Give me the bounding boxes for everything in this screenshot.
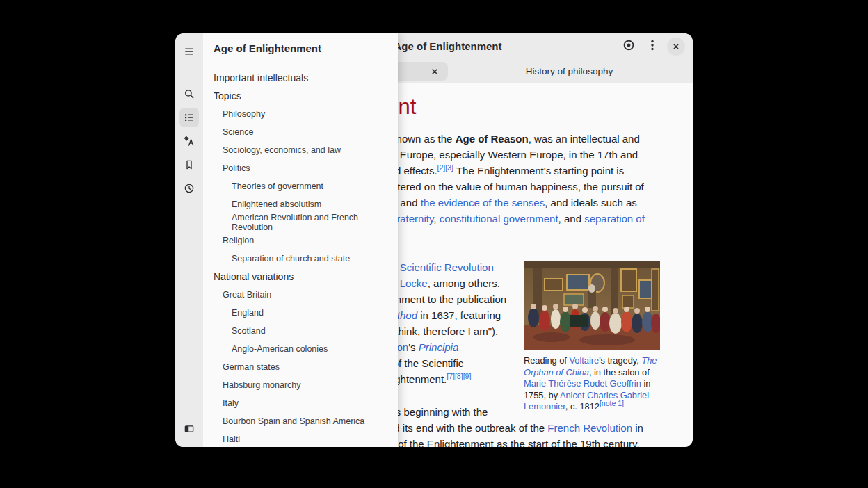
toc-item-label: Politics xyxy=(223,163,250,173)
language-icon xyxy=(183,135,195,147)
toc-item[interactable]: American Revolution and French Revolutio… xyxy=(203,213,398,231)
reference-link[interactable]: [9] xyxy=(463,372,472,380)
table-of-contents-icon xyxy=(183,111,195,124)
toc-item-label: Habsburg monarchy xyxy=(223,380,301,390)
toc-item-label: Italy xyxy=(223,398,239,408)
reference-link[interactable]: [7] xyxy=(447,372,455,380)
article-figure: Reading of Voltaire's tragedy, The Orpha… xyxy=(524,261,660,413)
toc-item[interactable]: Italy xyxy=(203,394,398,412)
sidebar-rail xyxy=(175,33,203,447)
sidebar-toggle-button[interactable] xyxy=(179,419,199,439)
reference-link[interactable]: [2] xyxy=(437,163,446,172)
article-link[interactable]: Marie Thérèse Rodet Geoffrin xyxy=(524,378,641,389)
toc-item[interactable]: Philosophy xyxy=(203,105,398,123)
header-actions xyxy=(617,35,688,58)
article-link[interactable]: the evidence of the senses xyxy=(421,197,545,209)
toc-item[interactable]: Enlightened absolutism xyxy=(203,195,398,213)
salon-painting-image[interactable] xyxy=(524,261,660,350)
toc-item[interactable]: German states xyxy=(203,358,398,376)
toc-item[interactable]: England xyxy=(203,304,398,322)
window-close-button[interactable] xyxy=(664,35,688,58)
toc-item-label: Anglo-American colonies xyxy=(232,344,328,354)
toc-item-label: Philosophy xyxy=(223,109,265,119)
text-run: 's tragedy, xyxy=(599,355,641,366)
text-run: and xyxy=(397,197,420,209)
toc-item[interactable]: Important intellectuals xyxy=(203,69,398,87)
text-run: 1812 xyxy=(577,401,600,412)
toc-item-label: England xyxy=(232,308,264,318)
toc-item-label: Haiti xyxy=(223,434,240,444)
toc-item-label: Important intellectuals xyxy=(214,72,308,83)
text-run: 's xyxy=(408,341,419,353)
toc-item[interactable]: Sociology, economics, and law xyxy=(203,141,398,159)
toc-item-label: American Revolution and French Revolutio… xyxy=(232,213,398,232)
history-clock-icon xyxy=(183,182,195,195)
hamburger-icon xyxy=(183,45,195,58)
toc-list: Important intellectualsTopicsPhilosophyS… xyxy=(203,69,398,447)
main-menu-button[interactable] xyxy=(179,42,199,61)
toc-item-label: National variations xyxy=(214,271,294,282)
toc-item[interactable]: National variations xyxy=(203,268,398,286)
toc-item-label: Great Britain xyxy=(223,290,271,300)
text-run: c. xyxy=(570,401,577,412)
toc-item[interactable]: Topics xyxy=(203,87,398,105)
toc-item[interactable]: Haiti xyxy=(203,430,398,447)
toc-item[interactable]: Scotland xyxy=(203,322,398,340)
toc-item-label: Enlightened absolutism xyxy=(232,200,321,209)
toc-item[interactable]: Politics xyxy=(203,159,398,177)
toc-item[interactable]: Theories of government xyxy=(203,177,398,195)
article-link[interactable]: Voltaire xyxy=(569,355,599,366)
text-run: Age of Reason xyxy=(456,133,529,145)
article-link[interactable]: Scientific Revolution xyxy=(400,261,494,273)
reader-view-button[interactable] xyxy=(617,35,641,58)
toc-item-label: Science xyxy=(223,127,253,137)
toc-button[interactable] xyxy=(179,108,199,127)
toc-item-label: Religion xyxy=(223,236,254,245)
eye-icon xyxy=(621,38,636,56)
history-button[interactable] xyxy=(179,179,199,198)
bookmark-icon xyxy=(183,158,195,171)
toc-item[interactable]: Bourbon Spain and Spanish America xyxy=(203,412,398,430)
figure-caption: Reading of Voltaire's tragedy, The Orpha… xyxy=(524,355,660,413)
toc-item[interactable]: Separation of church and state xyxy=(203,250,398,268)
toc-item-label: Separation of church and state xyxy=(232,254,350,263)
bookmarks-button[interactable] xyxy=(179,155,199,174)
text-run: , xyxy=(565,401,570,412)
reference-link[interactable]: [8] xyxy=(455,372,463,380)
toc-item-label: Scotland xyxy=(232,326,266,336)
language-button[interactable] xyxy=(179,131,199,151)
close-icon xyxy=(667,38,685,56)
text-run: Reading of xyxy=(524,355,569,366)
toc-item-label: German states xyxy=(223,362,280,372)
toc-item[interactable]: Anglo-American colonies xyxy=(203,340,398,358)
article-link[interactable]: constitutional government xyxy=(440,213,558,225)
text-run: , and ideals such as xyxy=(545,197,637,209)
app-window: Age of Enlightenment Age of Enlightenmen xyxy=(175,33,693,447)
toc-item-label: Theories of government xyxy=(232,181,323,191)
toc-item-label: Topics xyxy=(214,90,241,101)
toc-item[interactable]: Habsburg monarchy xyxy=(203,376,398,394)
toc-panel: Age of Enlightenment Important intellect… xyxy=(203,33,398,447)
tab-label: History of philosophy xyxy=(526,66,613,76)
article-link[interactable]: French Revolution xyxy=(547,422,632,434)
text-run: , xyxy=(433,213,439,225)
reference-link[interactable]: [note 1] xyxy=(600,399,624,407)
toc-item[interactable]: Religion xyxy=(203,231,398,250)
reference-link[interactable]: [3] xyxy=(445,163,453,172)
tab-history-of-philosophy[interactable]: History of philosophy xyxy=(448,62,691,81)
article-link[interactable]: fraternity xyxy=(394,213,433,225)
kebab-menu-icon xyxy=(645,38,660,56)
toc-item[interactable]: Great Britain xyxy=(203,286,398,304)
text-run: , in the salon of xyxy=(589,367,650,377)
toc-title: Age of Enlightenment xyxy=(203,42,398,55)
search-button[interactable] xyxy=(179,84,199,104)
menu-button[interactable] xyxy=(641,35,664,58)
text-run: , and xyxy=(558,213,585,225)
flap-toggle-icon xyxy=(183,423,195,435)
tab-close-button[interactable] xyxy=(428,65,441,78)
toc-item-label: Sociology, economics, and law xyxy=(223,145,341,155)
search-icon xyxy=(183,88,195,100)
toc-item[interactable]: Science xyxy=(203,123,398,141)
toc-item-label: Bourbon Spain and Spanish America xyxy=(223,416,364,426)
